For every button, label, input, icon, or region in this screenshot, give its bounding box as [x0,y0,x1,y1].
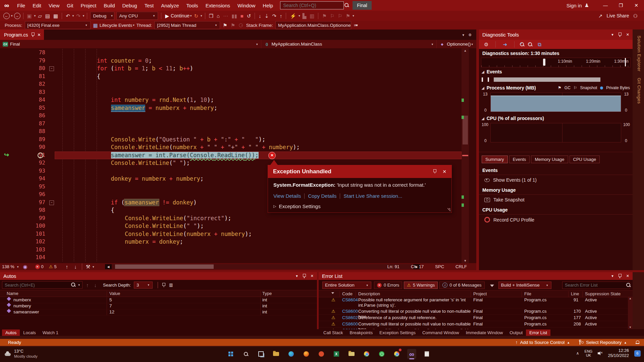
flag-threads-icon[interactable]: ⚑ [221,23,229,28]
zoom-dropdown[interactable]: 138 %▾ [0,264,21,269]
error-indicator[interactable]: ✕0 [35,264,44,269]
stack-frame-dropdown[interactable]: MyApplication.MainClass.Optionone▾ [275,21,351,29]
health-indicator-icon[interactable]: ◉ [21,264,29,269]
continue-icon[interactable]: ▶ [163,13,171,18]
autos-search[interactable]: ▾ [2,281,83,289]
pin-icon[interactable] [31,33,35,37]
live-share-button[interactable]: Live Share [607,13,629,18]
side-tab-solution-explorer[interactable]: Solution Explorer [637,36,642,72]
search-depth-dropdown[interactable]: 3▾ [134,282,153,289]
close-icon[interactable]: ✕ [626,274,629,278]
process-dropdown[interactable]: [4320] Final.exe▾ [25,21,91,29]
pin-icon[interactable] [433,169,436,174]
error-code[interactable]: CS8604 [342,297,358,302]
overflow-icon[interactable]: ⌂ [215,13,221,18]
excel-icon[interactable]: X [332,349,341,359]
pin-icon[interactable] [618,274,622,278]
bookmark-clear-icon[interactable]: ⚑ [344,13,352,18]
chrome-profile-icon[interactable] [392,349,401,359]
edge-icon[interactable] [286,349,296,359]
variable-row[interactable]: sameanswer12int [0,309,317,315]
file-explorer-icon[interactable] [271,349,280,359]
notepad-icon[interactable] [422,349,431,359]
quick-search[interactable] [280,1,344,9]
pin-values-icon[interactable] [162,283,165,287]
scroll-left-icon[interactable]: ◀ [105,264,112,269]
fold-collapse-icon[interactable]: − [49,200,54,205]
spaces-indicator[interactable]: SPC [435,264,444,269]
menu-item-build[interactable]: Build [100,1,118,10]
search-next-icon[interactable]: ↓ [93,283,99,288]
build-filter-dropdown[interactable]: Build + IntelliSense▾ [498,282,551,289]
bottom-tab-immediate-window[interactable]: Immediate Window [463,329,506,336]
lightbulb-icon[interactable] [38,153,43,158]
open-file-icon[interactable]: ▱ [36,13,44,18]
side-tab-git-changes[interactable]: Git Changes [637,78,642,104]
member-dropdown[interactable]: ◈ Optionone() ▾ [437,40,476,48]
continue-dropdown[interactable]: ▾ [190,14,193,17]
error-list-title-bar[interactable]: Error List ▾ ✕ [319,272,633,280]
events-section-header[interactable]: ◢Events [479,67,633,75]
error-list-search[interactable] [562,282,630,289]
export-report-icon[interactable]: ➔ [501,42,509,47]
files-icon[interactable] [347,349,356,359]
bottom-tab-exception-settings[interactable]: Exception Settings [376,329,419,336]
bottom-tab-call-stack[interactable]: Call Stack [320,329,346,336]
menu-item-edit[interactable]: Edit [29,1,45,10]
save-all-icon[interactable]: ▦ [52,13,60,18]
timeline-slider[interactable] [543,59,545,66]
pin-icon[interactable] [303,274,306,278]
editor-horizontal-scrollbar[interactable] [112,264,413,269]
navigate-back-dropdown[interactable]: ▾ [10,14,13,17]
dt-tab-events[interactable]: Events [509,156,530,163]
hot-reload-dropdown[interactable]: ▾ [200,14,203,17]
close-button[interactable]: ✕ [629,3,644,8]
visual-studio-icon[interactable]: ∞ [407,349,416,359]
close-icon[interactable]: ✕ [442,169,446,174]
toolbar-options-icon[interactable]: ≡▾ [352,23,360,27]
brave-icon[interactable] [317,349,326,359]
unflag-threads-icon[interactable]: ⚑ [229,23,237,28]
bottom-tab-breakpoints[interactable]: Breakpoints [346,329,376,336]
restore-button[interactable]: ❐ [613,3,629,8]
error-code[interactable]: CS8602 [342,315,358,320]
clock[interactable]: 12:26 25/10/2022 [608,348,629,358]
restart-icon[interactable]: ↺ [245,13,253,18]
float-window-icon[interactable]: ⚙ [468,33,472,37]
error-row[interactable]: ⚠CS8602Dereference of a possibly null re… [319,314,628,321]
step-out-icon[interactable]: ↑ [278,13,284,18]
navigate-forward-icon[interactable]: → [14,13,20,19]
menu-item-help[interactable]: Help [259,1,277,10]
bottom-tab-output[interactable]: Output [506,329,526,336]
prev-issue-icon[interactable]: ↑ [64,264,70,269]
exception-link-copy[interactable]: Copy Details [308,193,336,199]
quick-search-input[interactable] [282,2,344,8]
close-icon[interactable]: ✕ [311,274,314,278]
redo-icon[interactable]: ↷ [74,13,82,18]
variable-row[interactable]: numbery7int [0,303,317,309]
undo-dropdown[interactable]: ▾ [72,14,75,17]
search-prev-icon[interactable]: ↑ [85,283,91,288]
whatsapp-icon[interactable] [377,349,386,359]
code-cleanup-icon[interactable]: ⚒ [84,264,92,269]
profile-button[interactable]: Final [353,1,371,10]
autos-title-bar[interactable]: Autos ▾ ✕ [0,272,317,280]
zoom-out-icon[interactable]: − [528,42,533,47]
live-share-people-icon[interactable]: ⚇ [632,13,639,18]
bottom-tab-locals[interactable]: Locals [20,329,39,336]
error-code[interactable]: CS8600 [342,309,358,314]
columns-icon[interactable]: ▥ [167,283,174,287]
exception-link-start[interactable]: Start Live Share session... [343,193,402,199]
close-icon[interactable]: ✕ [626,33,629,37]
autos-search-input[interactable] [4,282,69,288]
dt-action-take-snapshot[interactable]: Take Snapshot [479,195,633,205]
notification-count-badge[interactable]: 6 [634,350,641,357]
tab-program-cs[interactable]: Program.cs ✕ [0,29,44,40]
menu-item-test[interactable]: Test [141,1,158,10]
lifecycle-events-button[interactable]: Lifecycle Events [100,23,132,28]
bottom-tab-error-list[interactable]: Error List [526,329,550,336]
notifications-bell-icon[interactable] [636,341,639,344]
bottom-tab-watch-1[interactable]: Watch 1 [39,329,62,336]
fold-collapse-icon[interactable]: − [49,66,54,71]
bookmark-icon[interactable]: ⚑ [320,13,328,18]
